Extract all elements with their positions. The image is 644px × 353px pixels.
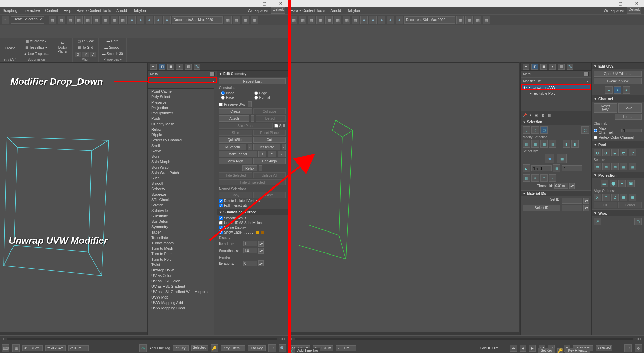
- modifier-item-push[interactable]: Push: [148, 116, 214, 121]
- timeline-right[interactable]: 0100: [288, 335, 644, 343]
- menu-help[interactable]: Help: [64, 8, 71, 13]
- modifier-item-uv-as-hsl-gradient[interactable]: UV as HSL Gradient: [148, 284, 214, 289]
- tool-icon-6[interactable]: ▦: [93, 16, 100, 24]
- shrink-icon[interactable]: ▦: [531, 140, 539, 148]
- constraint-normal[interactable]: Normal: [254, 96, 284, 100]
- cut-button[interactable]: Cut: [253, 137, 286, 143]
- proj-spherical-icon[interactable]: ●: [618, 180, 626, 187]
- sel-edge-icon[interactable]: ◁: [531, 126, 539, 134]
- show-end-result-icon[interactable]: ℹ: [530, 113, 531, 117]
- modifier-item-uvw-mapping-clear[interactable]: UVW Mapping Clear: [148, 305, 214, 311]
- key-filters-icon[interactable]: 🔑: [557, 348, 563, 353]
- minimize-icon[interactable]: —: [243, 0, 253, 6]
- close-icon[interactable]: ✕: [632, 0, 641, 6]
- render-teapot-icon[interactable]: ●: [360, 16, 368, 24]
- seam-icon-5[interactable]: ▦: [629, 163, 636, 170]
- tab-hierarchy-icon[interactable]: ▣: [540, 64, 547, 70]
- modifier-item-squeeze[interactable]: Squeeze: [148, 192, 214, 197]
- proj-z-icon[interactable]: Z: [611, 194, 619, 201]
- modifier-item-taper[interactable]: Taper: [148, 229, 214, 235]
- modifier-item-uvw-map[interactable]: UVW Map: [148, 294, 214, 300]
- object-name-field[interactable]: Metal: [148, 71, 217, 78]
- tab-motion-icon[interactable]: ●: [549, 64, 556, 70]
- tool-icon-5[interactable]: ▦: [84, 16, 92, 24]
- prev-frame-icon[interactable]: ◀: [520, 345, 526, 352]
- project-path[interactable]: Documents\3ds Max 2020: [404, 16, 455, 24]
- modifier-item-subdivide[interactable]: Subdivide: [148, 208, 214, 213]
- render-teapot-icon-2[interactable]: ●: [137, 16, 144, 24]
- ribbon-create[interactable]: Create: [3, 46, 16, 50]
- tab-display-icon[interactable]: ▤: [558, 64, 565, 70]
- constraint-face[interactable]: Face: [221, 96, 251, 100]
- tool-icon-7[interactable]: ▦: [343, 16, 350, 24]
- auto-key-left[interactable]: uto Key: [248, 345, 266, 351]
- rollout-channel[interactable]: ▾Channel: [592, 95, 644, 102]
- tab-utilities-icon[interactable]: 🔧: [194, 64, 200, 70]
- menu-babylon[interactable]: Babylon: [133, 8, 146, 13]
- modifier-item-stl-check[interactable]: STL Check: [148, 197, 214, 202]
- menu-interactive[interactable]: Interactive: [23, 8, 40, 13]
- peel-icon-2[interactable]: ◑: [602, 149, 610, 156]
- proj-y-icon[interactable]: Y: [602, 194, 610, 201]
- ribbon-togrid[interactable]: ▦ To Grid: [77, 45, 94, 50]
- modifier-item-projection[interactable]: Projection: [148, 105, 214, 110]
- ribbon-align-x[interactable]: X: [75, 52, 81, 57]
- seam-icon-3[interactable]: ▭: [611, 163, 619, 170]
- modifier-item-symmetry[interactable]: Symmetry: [148, 224, 214, 229]
- menu-content[interactable]: Content: [45, 8, 58, 13]
- proj-planar-icon[interactable]: ▬: [601, 180, 608, 187]
- remove-modifier-icon[interactable]: 🗑: [541, 113, 545, 117]
- rollout-peel[interactable]: ▾Peel: [592, 141, 644, 148]
- modifier-item-point-cache[interactable]: Point Cache: [148, 89, 214, 94]
- modifier-item-ripple[interactable]: Ripple: [148, 132, 214, 137]
- rollout-projection[interactable]: ▾Projection: [592, 172, 644, 178]
- status-z[interactable]: Z: 0.0m: [336, 345, 356, 351]
- seam-icon-2[interactable]: ▭: [602, 163, 610, 170]
- create-selection-set[interactable]: Create Selection Se: [11, 16, 44, 24]
- mirror-icon[interactable]: ▦: [523, 174, 530, 182]
- tab-motion-icon[interactable]: ●: [176, 64, 183, 70]
- timeline-left[interactable]: 0100: [0, 335, 288, 343]
- modifier-item-slice[interactable]: Slice: [148, 175, 214, 181]
- ribbon-align-z[interactable]: Z: [90, 52, 96, 57]
- render-iterations-field[interactable]: [243, 261, 257, 266]
- close-icon[interactable]: ✕: [276, 0, 285, 6]
- modifier-list-open[interactable]: Point CachePoly SelectPreserveProjection…: [148, 88, 214, 335]
- tool-icon-8[interactable]: ▦: [111, 16, 118, 24]
- ribbon-toview[interactable]: ▢ To View: [76, 39, 95, 43]
- constraint-edge[interactable]: Edge: [254, 91, 284, 95]
- select-id-field[interactable]: [562, 205, 582, 211]
- tool-icon-3[interactable]: ▦: [308, 16, 315, 24]
- axis-x-icon[interactable]: X: [531, 174, 539, 182]
- ring-icon[interactable]: ▦: [540, 140, 548, 148]
- vertex-color-radio[interactable]: Vertex Color Channel: [594, 135, 642, 139]
- modifier-item-turn-to-mesh[interactable]: Turn to Mesh: [148, 246, 214, 251]
- tool-icon-7[interactable]: ▦: [102, 16, 109, 24]
- render-teapot-icon-3[interactable]: ●: [378, 16, 385, 24]
- tool-end-4[interactable]: ▦: [483, 16, 490, 24]
- proj-x-icon[interactable]: X: [594, 194, 601, 201]
- modifier-item-turn-to-patch[interactable]: Turn to Patch: [148, 251, 214, 257]
- quick-planar-icon-2[interactable]: ▲: [614, 86, 621, 94]
- attach-button[interactable]: Attach: [219, 115, 249, 122]
- tab-create-icon[interactable]: +: [150, 64, 157, 70]
- modifier-item-skin-wrap-patch[interactable]: Skin Wrap Patch: [148, 170, 214, 175]
- tab-hierarchy-icon[interactable]: ▣: [167, 64, 174, 70]
- ribbon-align-y[interactable]: Y: [82, 52, 89, 57]
- tool-icon-1[interactable]: ▦: [290, 16, 297, 24]
- ribbon-tessellate[interactable]: ▦ Tessellate ▾: [24, 45, 48, 50]
- quick-planar-icon-3[interactable]: ▲: [623, 86, 630, 94]
- set-key-button[interactable]: Set Key: [538, 348, 555, 353]
- threshold-field[interactable]: [554, 183, 568, 189]
- modifier-item-tessellate[interactable]: Tessellate: [148, 235, 214, 240]
- key-mode-select-left[interactable]: Selected: [191, 345, 208, 351]
- menu-havok[interactable]: Havok Content Tools: [77, 8, 111, 13]
- sel-face-icon[interactable]: ▢: [540, 126, 548, 134]
- goto-start-icon[interactable]: ⏮: [510, 345, 517, 352]
- tool-icon-3[interactable]: ▤: [67, 16, 74, 24]
- modifier-item-surfdeform[interactable]: SurfDeform: [148, 219, 214, 224]
- viewport-right[interactable]: [288, 62, 519, 332]
- render-teapot-icon-3[interactable]: ●: [146, 16, 153, 24]
- repeat-last-button[interactable]: Repeat Last: [219, 78, 286, 84]
- grow-icon[interactable]: ▦: [523, 140, 530, 148]
